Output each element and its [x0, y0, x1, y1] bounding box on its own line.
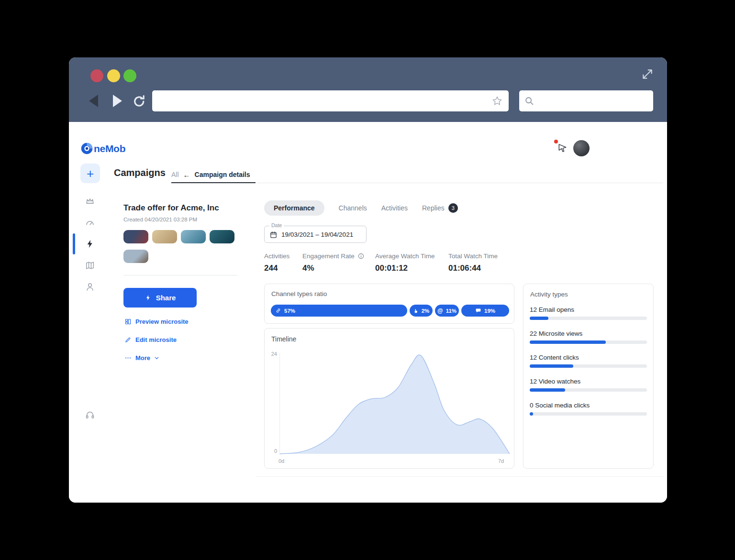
tap-icon [413, 308, 419, 314]
more-actions-link[interactable]: More [124, 354, 159, 362]
timeline-chart [280, 353, 510, 455]
app-content: neMob + Campaigns All ← Campaign details [69, 122, 667, 503]
activity-item-video-watches: 12 Video watches [530, 378, 647, 392]
person-icon [85, 282, 95, 292]
back-icon[interactable] [89, 95, 98, 107]
stat-total-watch-time: Total Watch Time 01:06:44 [448, 253, 498, 273]
browser-window: neMob + Campaigns All ← Campaign details [69, 57, 667, 503]
logo-text: neMob [94, 143, 125, 154]
mention-icon: @ [437, 307, 443, 314]
progress-track [530, 412, 647, 416]
breadcrumb: All ← Campaign details [171, 167, 256, 183]
progress-track [530, 317, 647, 320]
minimize-icon[interactable] [107, 69, 120, 82]
pencil-icon [124, 336, 132, 343]
panel-divider [123, 275, 237, 275]
progress-track [530, 364, 647, 368]
link-icon [275, 307, 281, 314]
sidebar-item-dashboard[interactable] [85, 218, 95, 228]
campaign-title: Trade offer for Acme, Inc [123, 203, 243, 213]
ellipsis-icon [124, 354, 132, 362]
y-axis-max-label: 24 [268, 351, 277, 357]
channel-segment-link[interactable]: 57% [271, 305, 407, 317]
channel-ratio-title: Channel types ratio [271, 290, 514, 297]
add-campaign-button[interactable]: + [80, 164, 100, 183]
sidebar-item-support[interactable] [85, 410, 95, 420]
stat-engagement-rate: Engagement Rate 4% [302, 253, 365, 273]
tab-channels[interactable]: Channels [339, 200, 367, 216]
sidebar-item-campaigns[interactable] [85, 239, 95, 249]
breadcrumb-back-arrow-icon[interactable]: ← [183, 171, 190, 179]
address-input[interactable] [158, 97, 491, 105]
close-icon[interactable] [90, 69, 103, 82]
content-bottom-divider [256, 476, 663, 477]
progress-fill [530, 340, 606, 344]
browser-chrome [69, 57, 667, 122]
channel-segment-tap[interactable]: 2% [410, 305, 433, 317]
detail-tabs: Performance Channels Activities Replies … [264, 200, 458, 216]
campaign-thumbnail[interactable] [181, 230, 206, 243]
breadcrumb-current: Campaign details [195, 171, 250, 178]
layout-icon [124, 318, 132, 325]
search-icon [524, 96, 535, 106]
share-button[interactable]: Share [123, 288, 197, 307]
timeline-plot-area [279, 353, 509, 455]
chevron-down-icon [154, 355, 159, 361]
date-range-filter[interactable]: Date 19/03/2021 – 19/04/2021 [264, 226, 367, 243]
stat-activities: Activities 244 [264, 253, 290, 273]
user-avatar[interactable] [573, 140, 590, 156]
onemob-logo-icon [80, 142, 93, 155]
timeline-title: Timeline [271, 335, 514, 343]
star-icon[interactable] [491, 95, 503, 107]
channel-ratio-bar: 57% 2% @ 11% 19% [271, 305, 509, 317]
address-bar[interactable] [152, 90, 509, 111]
lightning-icon [85, 239, 95, 249]
x-axis-min-label: 0d [278, 458, 284, 464]
activity-types-title: Activity types [530, 291, 653, 298]
x-axis-max-label: 7d [498, 458, 504, 464]
preview-microsite-link[interactable]: Preview microsite [124, 318, 189, 325]
page-title: Campaigns [114, 167, 166, 178]
stat-average-watch-time: Average Watch Time 00:01:12 [375, 253, 435, 273]
sidebar-item-content[interactable] [85, 260, 95, 271]
forward-icon[interactable] [113, 95, 122, 107]
campaign-thumbnail[interactable] [152, 230, 177, 243]
calendar-icon [269, 231, 278, 239]
date-range-value: 19/03/2021 – 19/04/2021 [281, 231, 353, 238]
headset-icon [85, 410, 95, 420]
chat-icon [475, 307, 481, 314]
tab-activities[interactable]: Activities [381, 200, 408, 216]
reload-icon[interactable] [132, 94, 147, 109]
campaign-thumbnail[interactable] [210, 230, 234, 243]
header-divider [256, 183, 663, 183]
browser-search[interactable] [519, 90, 653, 111]
channel-segment-mention[interactable]: @ 11% [435, 305, 459, 317]
zoom-icon[interactable] [123, 69, 136, 82]
campaign-thumbnails [123, 230, 238, 263]
onemob-logo[interactable]: neMob [80, 142, 125, 155]
sidebar-active-indicator [73, 233, 75, 254]
tab-replies[interactable]: Replies 3 [422, 200, 458, 216]
sidebar-item-rewards[interactable] [85, 196, 95, 207]
channel-segment-chat[interactable]: 19% [461, 305, 509, 317]
progress-fill [530, 412, 533, 416]
edit-microsite-link[interactable]: More Edit microsite [124, 336, 177, 343]
timeline-card: Timeline 24 0 0d 7d [264, 328, 514, 469]
expand-icon[interactable] [641, 68, 654, 80]
activity-types-list: 12 Email opens 22 Microsite views 12 Con… [530, 306, 647, 426]
breadcrumb-all-link[interactable]: All [171, 171, 179, 178]
activity-item-content-clicks: 12 Content clicks [530, 354, 647, 368]
channel-types-ratio-card: Channel types ratio 57% 2% @ 11% [264, 284, 514, 324]
sidebar-item-contacts[interactable] [85, 282, 95, 292]
cursor-pointer-icon [557, 143, 568, 154]
campaign-created-date: Created 04/20/2021 03:28 PM [123, 217, 197, 222]
browser-search-input[interactable] [538, 97, 648, 105]
replies-count-badge: 3 [448, 203, 458, 213]
campaign-thumbnail[interactable] [123, 250, 148, 263]
progress-fill [530, 364, 573, 368]
tab-performance[interactable]: Performance [264, 200, 324, 216]
campaign-thumbnail[interactable] [123, 230, 148, 243]
info-icon[interactable] [357, 253, 365, 260]
crown-icon [85, 196, 95, 207]
gauge-icon [85, 218, 95, 228]
